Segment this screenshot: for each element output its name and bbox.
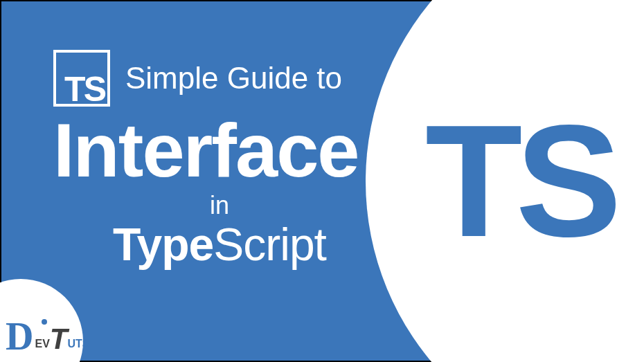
- interface-heading: Interface: [53, 112, 386, 188]
- devtuts-d: D: [6, 322, 33, 351]
- typescript-logo-text: TS: [64, 72, 105, 107]
- typescript-logo-icon: TS: [53, 50, 110, 107]
- banner-canvas: TS TS Simple Guide to Interface in TypeS…: [0, 0, 644, 362]
- guide-heading: Simple Guide to: [125, 61, 342, 96]
- script-part: Script: [213, 221, 326, 267]
- connector-text: in: [53, 191, 386, 220]
- type-part: Type: [113, 221, 213, 267]
- devtuts-dot-icon: [42, 319, 47, 325]
- devtuts-logo: D EV T UTS: [6, 322, 89, 351]
- ts-large-text: TS: [425, 102, 615, 261]
- heading-row-1: TS Simple Guide to: [53, 50, 386, 107]
- devtuts-uts: UTS: [67, 338, 89, 350]
- devtuts-t: T: [50, 327, 68, 351]
- content-block: TS Simple Guide to Interface in TypeScri…: [53, 50, 386, 267]
- typescript-wordmark: TypeScript: [53, 221, 386, 267]
- devtuts-ev: EV: [35, 338, 49, 350]
